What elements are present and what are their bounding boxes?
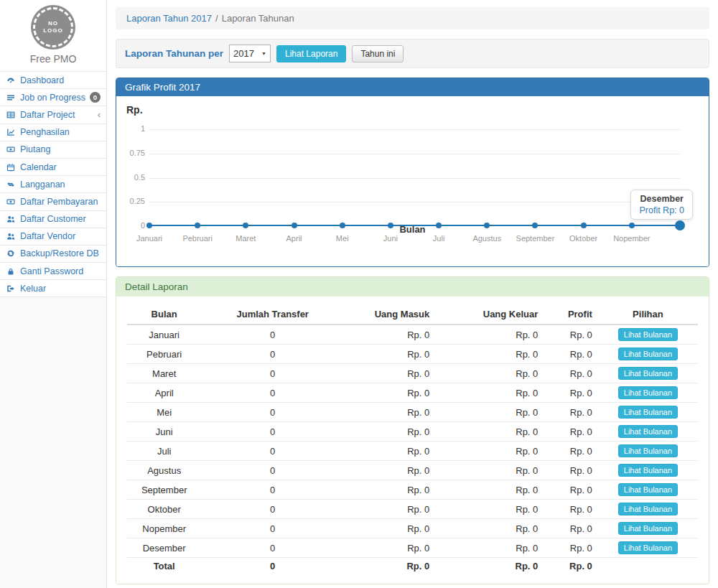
data-point-mei[interactable]: [340, 223, 345, 228]
lihat-bulanan-button[interactable]: Lihat Bulanan: [618, 386, 678, 399]
cell-uang_masuk: Rp. 0: [344, 442, 435, 461]
cell-pilihan: Lihat Bulanan: [598, 500, 698, 519]
cell-uang_keluar: Rp. 0: [435, 403, 544, 422]
cell-uang_keluar: Rp. 0: [435, 538, 544, 558]
table-icon: [6, 111, 16, 119]
sidebar-item-label: Piutang: [20, 144, 101, 154]
breadcrumb-separator: /: [215, 13, 218, 24]
total-pilihan-empty: [598, 558, 698, 575]
column-header-profit: Profit: [544, 304, 598, 325]
cell-bulan: Mei: [127, 403, 201, 422]
cell-uang_keluar: Rp. 0: [435, 461, 544, 480]
sidebar-item-daftar-pembayaran[interactable]: Daftar Pembayaran: [0, 193, 106, 210]
cell-uang_masuk: Rp. 0: [344, 383, 435, 403]
data-point-nopember[interactable]: [629, 223, 635, 228]
cell-uang_masuk: Rp. 0: [344, 325, 435, 345]
cell-profit: Rp. 0: [544, 442, 598, 461]
y-tick-label: 0.25: [118, 197, 145, 205]
cell-profit: Rp. 0: [544, 364, 598, 383]
money-icon: [6, 145, 16, 154]
cell-jumlah_transfer: 0: [201, 364, 344, 383]
sidebar-item-ganti-password[interactable]: Ganti Password: [0, 263, 106, 280]
x-tick-label: Juni: [383, 234, 398, 243]
sign-out-icon: [6, 284, 16, 293]
cell-pilihan: Lihat Bulanan: [598, 325, 698, 345]
lihat-bulanan-button[interactable]: Lihat Bulanan: [618, 541, 678, 554]
breadcrumb-current: Laporan Tahunan: [222, 13, 294, 24]
cell-profit: Rp. 0: [544, 461, 598, 480]
cell-pilihan: Lihat Bulanan: [598, 403, 698, 422]
data-point-pebruari[interactable]: [195, 223, 200, 228]
gridline: [149, 202, 680, 202]
cell-pilihan: Lihat Bulanan: [598, 461, 698, 480]
column-header-bulan: Bulan: [127, 304, 201, 325]
sidebar-item-label: Daftar Vendor: [20, 231, 101, 241]
lihat-bulanan-button[interactable]: Lihat Bulanan: [618, 367, 678, 380]
lihat-bulanan-button[interactable]: Lihat Bulanan: [618, 444, 678, 457]
sidebar-item-daftar-customer[interactable]: Daftar Customer: [0, 211, 106, 228]
data-point-agustus[interactable]: [484, 223, 490, 228]
lihat-bulanan-button[interactable]: Lihat Bulanan: [618, 464, 678, 477]
lihat-bulanan-button[interactable]: Lihat Bulanan: [618, 522, 678, 535]
cell-profit: Rp. 0: [544, 403, 598, 422]
sidebar-item-label: Job on Progress: [20, 93, 85, 103]
data-point-september[interactable]: [532, 223, 538, 228]
table-body: Januari0Rp. 0Rp. 0Rp. 0Lihat BulananPebr…: [127, 325, 698, 574]
cell-uang_keluar: Rp. 0: [435, 364, 544, 383]
sidebar-item-langganan[interactable]: Langganan: [0, 176, 106, 193]
breadcrumb: Laporan Tahun 2017/Laporan Tahunan: [116, 7, 709, 29]
sidebar-item-keluar[interactable]: Keluar: [0, 280, 106, 297]
sidebar-item-label: Ganti Password: [20, 266, 101, 276]
x-tick-label: Pebruari: [182, 234, 213, 243]
lihat-bulanan-button[interactable]: Lihat Bulanan: [618, 406, 678, 419]
data-point-juli[interactable]: [436, 223, 442, 228]
data-point-oktober[interactable]: [581, 223, 587, 228]
year-select[interactable]: 2017 ▼: [229, 45, 271, 62]
column-header-pilihan: Pilihan: [598, 304, 698, 325]
table-row-september: September0Rp. 0Rp. 0Rp. 0Lihat Bulanan: [127, 480, 698, 500]
cell-jumlah_transfer: 0: [201, 519, 344, 538]
table-row-desember: Desember0Rp. 0Rp. 0Rp. 0Lihat Bulanan: [127, 538, 698, 558]
cell-uang_keluar: Rp. 0: [435, 325, 544, 345]
laporan-table: BulanJumlah TransferUang MasukUang Kelua…: [127, 304, 698, 574]
sidebar-item-piutang[interactable]: Piutang: [0, 141, 106, 159]
data-point-januari[interactable]: [146, 223, 152, 228]
data-point-maret[interactable]: [243, 223, 248, 228]
cell-uang_keluar: Rp. 0: [435, 345, 544, 364]
app-layout: NO LOGO Free PMO DashboardJob on Progres…: [0, 0, 718, 588]
lihat-bulanan-button[interactable]: Lihat Bulanan: [618, 483, 678, 496]
refresh-icon: [6, 249, 16, 258]
cell-uang_keluar: Rp. 0: [435, 383, 544, 403]
sidebar-item-dashboard[interactable]: Dashboard: [0, 72, 106, 89]
table-row-maret: Maret0Rp. 0Rp. 0Rp. 0Lihat Bulanan: [127, 364, 698, 383]
y-tick-label: 0.75: [118, 149, 145, 157]
cell-jumlah_transfer: 0: [201, 403, 344, 422]
lihat-bulanan-button[interactable]: Lihat Bulanan: [618, 347, 678, 360]
sidebar-item-daftar-project[interactable]: Daftar Project‹: [0, 106, 106, 123]
cell-profit: Rp. 0: [544, 422, 598, 442]
cell-profit: Rp. 0: [544, 500, 598, 519]
data-point-april[interactable]: [292, 223, 297, 228]
tahun-ini-button[interactable]: Tahun ini: [352, 45, 404, 62]
table-row-pebruari: Pebruari0Rp. 0Rp. 0Rp. 0Lihat Bulanan: [127, 345, 698, 364]
cell-uang_masuk: Rp. 0: [344, 519, 435, 538]
chart-plot-area: Desember Profit Rp: 0 00.250.50.751Janua…: [149, 129, 680, 226]
breadcrumb-link-laporan-tahun[interactable]: Laporan Tahun 2017: [126, 13, 212, 24]
sidebar-item-job-on-progress[interactable]: Job on Progress0: [0, 89, 106, 106]
sidebar-item-penghasilan[interactable]: Penghasilan: [0, 124, 106, 141]
cell-uang_masuk: Rp. 0: [344, 345, 435, 364]
lihat-bulanan-button[interactable]: Lihat Bulanan: [618, 503, 678, 515]
lihat-bulanan-button[interactable]: Lihat Bulanan: [618, 328, 678, 341]
y-tick-label: 1: [118, 124, 145, 133]
sidebar-item-daftar-vendor[interactable]: Daftar Vendor: [0, 228, 106, 246]
table-row-mei: Mei0Rp. 0Rp. 0Rp. 0Lihat Bulanan: [127, 403, 698, 422]
cell-jumlah_transfer: 0: [201, 325, 344, 345]
data-point-juni[interactable]: [388, 223, 393, 228]
sidebar-item-calendar[interactable]: Calendar: [0, 159, 106, 176]
users-icon: [6, 232, 16, 241]
lihat-bulanan-button[interactable]: Lihat Bulanan: [618, 425, 678, 438]
lihat-laporan-button[interactable]: Lihat Laporan: [276, 45, 346, 62]
cell-profit: Rp. 0: [544, 383, 598, 403]
data-point-desember[interactable]: [675, 220, 685, 230]
sidebar-item-backup-restore-db[interactable]: Backup/Restore DB: [0, 246, 106, 263]
